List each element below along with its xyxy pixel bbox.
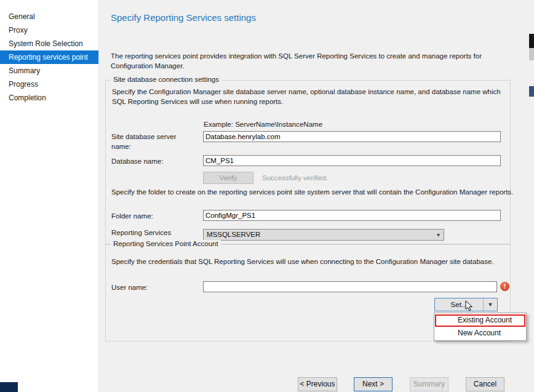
right-edge-artifact-gray [529,48,534,60]
previous-button[interactable]: < Previous [298,377,337,391]
sidebar-item-reporting-services-point[interactable]: Reporting services point [0,50,98,64]
menu-item-existing-account[interactable]: Existing Account [434,314,526,327]
set-dropdown-arrow-icon[interactable]: ▼ [484,302,497,308]
folder-note: Specify the folder to create on the repo… [111,188,513,198]
username-input[interactable] [203,281,497,292]
sidebar-item-system-role-selection[interactable]: System Role Selection [0,37,98,50]
site-database-description: Specify the Configuration Manager site d… [112,87,504,106]
summary-button: Summary [410,377,448,391]
instance-dropdown-value: MSSQLSERVER [207,231,260,238]
verify-button[interactable]: Verify [203,172,253,184]
database-name-label: Database name: [111,157,163,167]
set-account-menu: Existing Account New Account [434,313,527,341]
intro-text: The reporting services point provides in… [111,52,514,71]
chevron-down-icon: ▾ [437,230,440,240]
username-label: User name: [111,283,148,293]
right-edge-artifact-dark [529,34,534,48]
wizard-window: General Proxy System Role Selection Repo… [0,0,534,392]
account-groupbox-title: Reporting Services Point Account [111,240,221,247]
site-database-groupbox: Site database connection settings Specif… [105,80,511,244]
database-name-input[interactable] [203,155,501,166]
account-description: Specify the credentials that SQL Reporti… [111,257,494,267]
sidebar-item-summary[interactable]: Summary [0,64,98,78]
site-database-groupbox-title: Site database connection settings [111,76,221,83]
cancel-button[interactable]: Cancel [466,377,504,391]
next-button[interactable]: Next > [354,377,393,391]
sidebar-item-proxy[interactable]: Proxy [0,23,98,37]
sidebar-item-progress[interactable]: Progress [0,78,98,91]
right-edge-artifact-blue [529,86,534,97]
instance-dropdown[interactable]: MSSQLSERVER ▾ [203,229,444,241]
wizard-sidebar: General Proxy System Role Selection Repo… [0,0,99,392]
error-icon: ! [500,282,509,291]
sidebar-item-completion[interactable]: Completion [0,91,98,105]
folder-name-input[interactable] [203,210,501,221]
server-name-label: Site database server name: [111,132,190,151]
taskbar-corner-artifact [0,382,18,392]
page-title: Specify Reporting Services settings [111,12,256,23]
menu-item-new-account[interactable]: New Account [434,327,526,340]
server-name-input[interactable] [203,131,501,142]
sidebar-item-general[interactable]: General [0,10,98,23]
set-button-label: Set... [435,301,483,308]
server-name-example: Example: ServerName\InstanceName [204,120,322,130]
mouse-cursor-icon [465,300,473,312]
verify-status-text: Successfully verified. [262,174,328,183]
folder-name-label: Folder name: [111,212,153,222]
